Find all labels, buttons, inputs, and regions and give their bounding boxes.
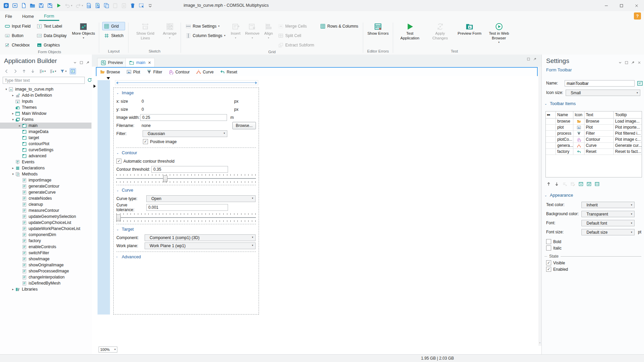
text-color-combobox[interactable]: Inherit [581, 202, 635, 208]
column-header-tooltip[interactable]: Tooltip [614, 111, 642, 119]
panel-header-icon[interactable] [86, 61, 90, 65]
visible-checkbox[interactable] [546, 260, 551, 265]
row-handle-cell[interactable] [546, 131, 556, 137]
item-tooltip-cell[interactable]: Reset to fact... [614, 149, 642, 155]
checkbox-object-button[interactable]: Checkbox [3, 41, 32, 49]
more-objects-button[interactable]: More Objects [71, 22, 96, 39]
section-header-advanced[interactable]: Advanced [116, 252, 256, 261]
panel-header-icon[interactable] [624, 61, 629, 65]
tree-item[interactable]: switchFilter [0, 250, 91, 256]
item-name-cell[interactable]: plot [556, 125, 573, 131]
tree-toolbar-button[interactable] [70, 68, 76, 74]
quick-access-button[interactable] [86, 3, 92, 8]
chevron-down-icon[interactable] [544, 194, 548, 197]
panel-header-icon[interactable] [533, 57, 537, 61]
tree-expander-icon[interactable]: ▾ [11, 118, 15, 121]
bold-checkbox[interactable] [546, 239, 551, 244]
column-marker-icon[interactable] [107, 77, 110, 79]
merge-cells-button[interactable]: Merge Cells [276, 22, 316, 30]
component-combobox[interactable]: Component 1 (comp1) (3D) [145, 234, 256, 241]
image-width-input[interactable]: 0.25 [140, 114, 227, 121]
quick-access-button[interactable] [121, 3, 127, 8]
refresh-icon[interactable] [87, 77, 92, 84]
panel-header-icon[interactable] [73, 61, 77, 65]
item-text-cell[interactable]: Plot [584, 125, 614, 131]
quick-access-button[interactable] [130, 3, 136, 8]
form-toolbar-button[interactable]: Filter [147, 69, 162, 74]
tree-item[interactable]: ▾ Methods [0, 171, 91, 177]
quick-access-button[interactable] [3, 3, 9, 8]
table-toolbar-button[interactable] [562, 182, 567, 187]
input-field-button[interactable]: Input Field [3, 22, 32, 30]
test-in-web-browser-button[interactable]: Test in Web Browser [485, 22, 513, 44]
item-name-cell[interactable]: browse [556, 119, 573, 125]
section-header-contour[interactable]: Contour [116, 148, 256, 157]
contour-threshold-input[interactable]: 0.35 [151, 166, 228, 173]
tree-item[interactable]: updateGeometrySelection [0, 213, 91, 220]
row-handle-cell[interactable] [546, 125, 556, 131]
quick-access-button[interactable] [75, 3, 83, 8]
chevron-down-icon[interactable] [544, 102, 548, 105]
tab-file[interactable]: File [0, 12, 17, 21]
sketch-mode-button[interactable]: Sketch [102, 31, 125, 40]
item-icon-cell[interactable] [573, 149, 584, 155]
grid-mode-button[interactable]: Grid [102, 22, 125, 30]
insert-button[interactable]: Insert [230, 22, 241, 39]
row-handle-cell[interactable] [546, 149, 556, 155]
section-header-target[interactable]: Target [116, 224, 256, 234]
tree-expander-icon[interactable]: ▸ [11, 288, 15, 291]
tree-expander-icon[interactable]: ▾ [4, 88, 8, 91]
split-cell-button[interactable]: Split Cell [276, 31, 316, 40]
chevron-down-icon[interactable] [116, 91, 120, 95]
tree-item[interactable]: enableControls [0, 244, 91, 250]
tree-item[interactable]: generateContour [0, 183, 91, 189]
item-tooltip-cell[interactable]: Plot image c... [614, 137, 642, 143]
panel-header-icon[interactable] [527, 57, 530, 61]
section-header-curve[interactable]: Curve [116, 185, 256, 195]
form-toolbar-button[interactable]: Plot [126, 69, 140, 74]
item-text-cell[interactable]: Reset [584, 149, 614, 155]
tree-filter-input[interactable] [3, 77, 85, 84]
item-icon-cell[interactable] [573, 125, 584, 131]
window-control-button[interactable] [629, 0, 644, 11]
tree-expander-icon[interactable]: ▾ [11, 172, 15, 176]
auto-threshold-checkbox[interactable] [116, 159, 121, 164]
tree-item[interactable]: Themes [0, 104, 91, 110]
quick-access-button[interactable] [30, 3, 35, 8]
graphics-button[interactable]: Graphics [35, 41, 68, 49]
section-header-image[interactable]: Image [116, 88, 256, 97]
arrange-button[interactable]: Arrange [162, 22, 178, 39]
tree-item[interactable]: showOriginalImage [0, 262, 91, 268]
data-display-button[interactable]: 1.23Data Display [35, 31, 68, 40]
item-icon-cell[interactable] [573, 137, 584, 143]
column-header-text[interactable]: Text [584, 111, 614, 119]
help-button[interactable]: ? [634, 12, 641, 20]
tree-item[interactable]: imageData [0, 129, 91, 135]
tree-item[interactable]: factory [0, 238, 91, 244]
quick-access-button[interactable] [139, 3, 144, 8]
rows-columns-button[interactable]: Rows & Columns [318, 22, 360, 30]
curve-type-combobox[interactable]: Open [146, 195, 256, 202]
form-toolbar-button[interactable]: Curve [196, 69, 214, 74]
quick-access-button[interactable] [12, 3, 18, 8]
item-tooltip-cell[interactable]: Plot importe... [614, 125, 642, 131]
toolbar-items-header[interactable]: Toolbar Items [544, 101, 576, 106]
tree-item[interactable]: showProcessedImage [0, 268, 91, 274]
tree-toolbar-button[interactable] [38, 68, 46, 74]
row-handle-cell[interactable] [546, 137, 556, 143]
tree-expander-icon[interactable]: ▸ [11, 94, 15, 97]
quick-access-button[interactable] [47, 3, 53, 8]
quick-access-button[interactable] [147, 3, 153, 8]
tree-toolbar-button[interactable] [59, 68, 67, 74]
contour-threshold-slider[interactable] [116, 174, 256, 183]
item-name-cell[interactable]: genera... [556, 143, 573, 149]
close-icon[interactable] [148, 61, 151, 65]
tab-home[interactable]: Home [17, 12, 39, 21]
tree-item[interactable]: updateWorkPlaneChoiceList [0, 226, 91, 232]
tree-item[interactable]: componentDim [0, 232, 91, 238]
item-text-cell[interactable]: Filter [584, 131, 614, 137]
align-button[interactable]: Align [263, 22, 274, 39]
tree-item[interactable]: curveSettings [0, 147, 91, 153]
quick-access-button[interactable] [95, 3, 101, 8]
tree-item[interactable]: ▸ Declarations [0, 165, 91, 171]
